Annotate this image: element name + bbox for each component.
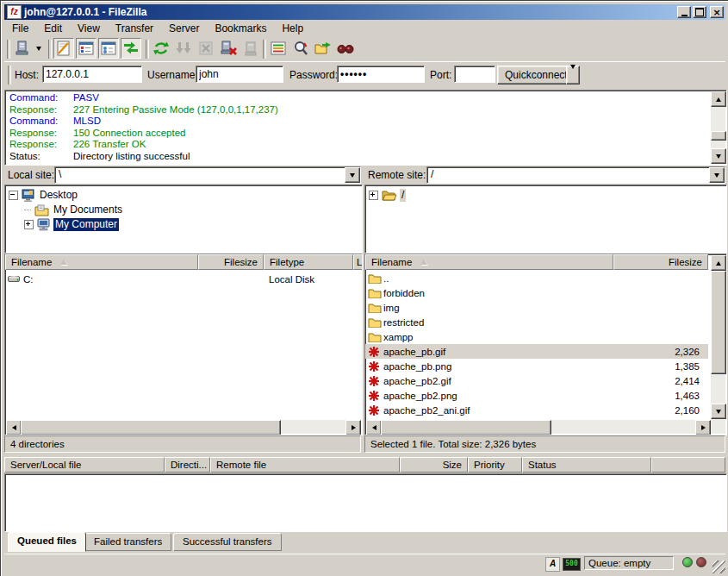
menu-view[interactable]: View <box>70 22 108 35</box>
refresh-button[interactable] <box>151 38 171 59</box>
cancel-button[interactable] <box>196 38 216 59</box>
host-input[interactable] <box>42 66 142 83</box>
queue-column-size[interactable]: Size <box>400 457 468 473</box>
expand-icon[interactable] <box>369 191 378 200</box>
process-queue-button[interactable] <box>173 38 194 59</box>
remote-site-combo[interactable]: / <box>426 166 725 184</box>
local-list-hscrollbar[interactable] <box>6 420 361 434</box>
process-queue-icon <box>176 41 191 55</box>
compare-button[interactable] <box>290 38 311 59</box>
password-input[interactable] <box>337 66 425 83</box>
tree-item-root[interactable]: / <box>369 188 406 203</box>
speed-limit-icon[interactable]: 500 <box>563 558 581 571</box>
menu-transfer[interactable]: Transfer <box>108 22 161 35</box>
toolbar-grip <box>7 40 10 59</box>
my-documents-icon <box>34 204 49 216</box>
search-button[interactable] <box>335 38 356 59</box>
menu-file[interactable]: File <box>4 22 36 35</box>
arrow-up-icon <box>716 261 721 266</box>
toggle-message-log-button[interactable] <box>53 38 74 59</box>
recv-activity-led <box>682 557 693 567</box>
minimize-button[interactable] <box>677 6 691 18</box>
remote-file-row[interactable]: .. <box>365 271 708 285</box>
site-manager-button[interactable] <box>11 38 32 59</box>
scroll-down-button[interactable] <box>711 404 726 419</box>
queue-column-status[interactable]: Status <box>522 457 651 473</box>
remote-file-row[interactable]: apache_pb2.png 1,463 <box>365 388 708 403</box>
transfer-type-icon[interactable]: A <box>545 557 560 572</box>
remote-column-filesize[interactable]: Filesize <box>613 254 708 270</box>
site-manager-dropdown[interactable] <box>33 38 44 59</box>
scroll-thumb[interactable] <box>21 420 281 435</box>
resize-grip[interactable] <box>712 560 725 573</box>
queue-status-text: Queue: empty <box>584 556 674 570</box>
menu-edit[interactable]: Edit <box>36 22 70 35</box>
quickconnect-button[interactable]: Quickconnect <box>497 66 576 85</box>
folder-icon <box>365 273 383 284</box>
scroll-left-button[interactable] <box>366 420 382 435</box>
username-input[interactable] <box>196 66 283 83</box>
scroll-thumb[interactable] <box>711 131 726 141</box>
queue-column-direction[interactable]: Directi... <box>165 457 210 473</box>
toggle-remote-tree-button[interactable] <box>98 38 119 59</box>
queue-body[interactable] <box>4 473 727 532</box>
local-column-filetype[interactable]: Filetype <box>264 254 353 270</box>
remote-file-row[interactable]: apache_pb.png 1,385 <box>365 359 708 373</box>
sync-browsing-button[interactable] <box>313 38 333 59</box>
log-scrollbar[interactable] <box>711 91 725 164</box>
username-label: Username: <box>147 69 198 81</box>
scroll-up-button[interactable] <box>711 91 726 107</box>
remote-file-row[interactable]: img <box>365 300 708 315</box>
collapse-icon[interactable] <box>9 191 18 200</box>
scroll-up-button[interactable] <box>711 255 726 271</box>
scroll-right-button[interactable] <box>345 420 361 435</box>
remote-file-row[interactable]: apache_pb2.gif 2,414 <box>365 373 708 388</box>
queue-column-priority[interactable]: Priority <box>468 457 522 473</box>
port-input[interactable] <box>454 66 495 83</box>
local-column-last-modified[interactable]: L <box>353 254 363 270</box>
toggle-local-tree-button[interactable] <box>76 38 96 59</box>
menu-bookmarks[interactable]: Bookmarks <box>207 22 274 35</box>
remote-file-row[interactable]: forbidden <box>365 285 708 300</box>
maximize-button[interactable] <box>693 6 706 18</box>
toggle-queue-button[interactable] <box>121 38 141 59</box>
queue-column-remote-file[interactable]: Remote file <box>210 457 400 473</box>
menu-server[interactable]: Server <box>161 22 207 35</box>
filter-button[interactable] <box>268 38 289 59</box>
scroll-thumb[interactable] <box>381 420 551 435</box>
tab-queued-files[interactable]: Queued files <box>8 532 86 552</box>
remote-list-vscrollbar[interactable] <box>711 255 725 434</box>
tab-failed-transfers[interactable]: Failed transfers <box>84 533 171 551</box>
tree-item-my-computer[interactable]: My Computer <box>24 217 119 232</box>
queue-column-server-local-file[interactable]: Server/Local file <box>4 457 165 473</box>
remote-file-row[interactable]: apache_pb2_ani.gif 2,160 <box>365 403 708 417</box>
menu-help[interactable]: Help <box>274 22 311 35</box>
local-site-dropdown[interactable] <box>345 167 360 183</box>
scroll-right-button[interactable] <box>695 420 711 435</box>
sort-ascending-icon <box>420 260 427 265</box>
chevron-down-icon <box>36 47 41 51</box>
close-button[interactable]: × <box>710 6 724 18</box>
expand-icon[interactable] <box>24 220 34 229</box>
remote-list-hscrollbar[interactable] <box>366 420 711 434</box>
quickconnect-dropdown[interactable] <box>566 66 580 85</box>
tab-successful-transfers[interactable]: Successful transfers <box>173 533 282 551</box>
local-file-row[interactable]: C: Local Disk <box>5 272 360 286</box>
scroll-thumb[interactable] <box>711 271 726 374</box>
remote-site-dropdown[interactable] <box>709 167 725 183</box>
window-controls: × <box>677 6 725 18</box>
local-column-filesize[interactable]: Filesize <box>198 254 264 270</box>
disconnect-button[interactable] <box>218 38 239 59</box>
reconnect-button[interactable] <box>240 38 261 59</box>
local-site-combo[interactable]: \ <box>54 166 361 184</box>
remote-file-row[interactable]: xampp <box>365 329 708 344</box>
scroll-down-button[interactable] <box>711 148 726 164</box>
scroll-left-button[interactable] <box>6 420 22 435</box>
tree-item-my-documents[interactable]: My Documents <box>24 203 124 217</box>
remote-file-row-selected[interactable]: apache_pb.gif 2,326 <box>365 344 708 359</box>
tree-item-desktop[interactable]: Desktop <box>9 188 79 203</box>
remote-file-row[interactable]: restricted <box>365 315 708 329</box>
local-column-filename[interactable]: Filename <box>5 254 198 270</box>
remote-column-filename[interactable]: Filename <box>365 254 613 270</box>
open-folder-icon <box>382 190 397 201</box>
